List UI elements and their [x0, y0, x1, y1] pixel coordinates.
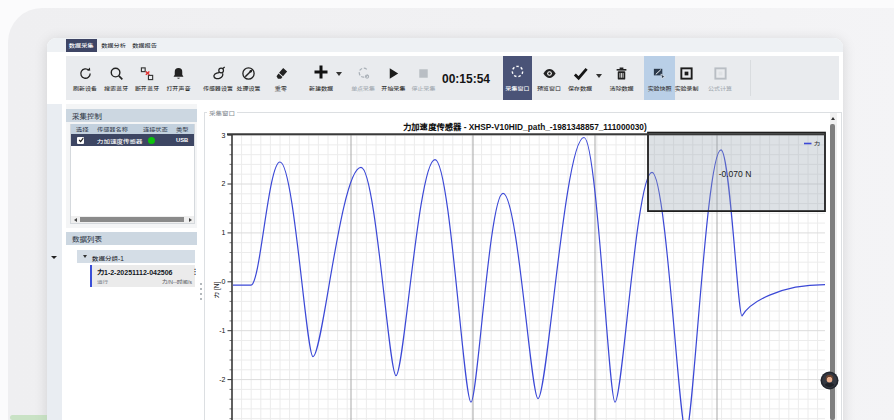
svg-text:3: 3	[222, 132, 226, 139]
svg-text:1: 1	[222, 229, 226, 236]
svg-text:2: 2	[222, 180, 226, 187]
svg-text:-1: -1	[219, 327, 225, 334]
svg-text:-2: -2	[219, 376, 225, 383]
svg-text:力: 力	[814, 139, 820, 148]
svg-text:0: 0	[222, 278, 226, 285]
svg-text:-0.070 N: -0.070 N	[719, 169, 752, 179]
svg-text:力 [N]: 力 [N]	[211, 282, 221, 299]
